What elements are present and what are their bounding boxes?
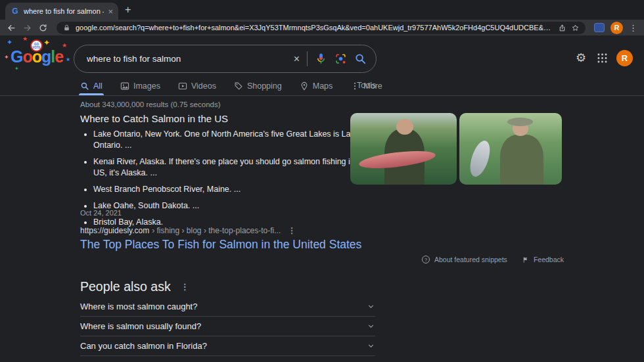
chevron-down-icon [367,302,375,311]
fish-shape [467,139,494,179]
doodle-star-icon: ✦ [4,54,9,60]
bookmark-star-icon[interactable] [571,24,580,32]
feedback-link[interactable]: Feedback [534,256,564,263]
new-tab-button[interactable]: + [125,5,131,15]
result-stats: About 343,000,000 results (0.75 seconds) [80,101,221,108]
forward-button[interactable] [22,23,32,33]
doodle-star-icon: ✦ [43,38,50,47]
tab-label: Maps [313,81,333,91]
paa-options-icon[interactable]: ⋮ [181,282,189,292]
search-submit-icon[interactable] [354,53,367,65]
paa-question-row[interactable]: Where is most salmon caught? [80,297,375,317]
tab-images[interactable]: Images [120,77,160,95]
paa-question-text: Where is most salmon caught? [80,302,197,311]
searchbox-divider [307,51,308,66]
paa-question-text: Where is salmon usually found? [80,321,201,331]
person-shape [396,119,413,135]
snippet-image-salmon-2[interactable] [459,113,562,185]
google-apps-grid-icon[interactable] [597,53,608,64]
doodle-vote-badge: GO VOTE [30,39,43,52]
doodle-star-icon: ★ [22,35,28,42]
hat-shape [507,118,533,126]
source-path: › fishing › blog › the-top-places-to-fi.… [152,226,281,235]
lock-icon[interactable] [62,24,71,32]
browser-profile-avatar[interactable]: R [610,22,623,34]
side-panel-icon[interactable] [594,23,605,32]
result-options-icon[interactable]: ⋮ [288,226,296,235]
doodle-star-icon: ✦ [14,66,19,72]
voice-search-mic-icon[interactable] [315,53,327,65]
tab-title: where to fish for salmon - Google Search [24,7,104,15]
chevron-down-icon [367,342,375,350]
person-shape [500,135,543,185]
list-item: Lake Ontario, New York. One of North Ame… [93,129,371,151]
browser-toolbar: google.com/search?q=where+to+fish+for+sa… [0,20,644,35]
list-item: Kenai River, Alaska. If there's one plac… [93,156,371,179]
paa-question-text: Can you catch salmon in Florida? [80,341,207,351]
map-pin-icon [300,81,309,91]
paa-question-row[interactable]: Where is salmon usually found? [80,317,375,336]
reload-button[interactable] [38,23,48,33]
people-also-ask-list: Where is most salmon caught? Where is sa… [80,297,375,356]
tab-maps[interactable]: Maps [300,77,333,95]
tab-label: All [93,81,103,91]
chevron-down-icon [367,322,375,330]
snippet-date: Oct 24, 2021 [80,209,122,217]
snippet-footer: ? About featured snippets Feedback [422,256,564,263]
tab-shopping[interactable]: Shopping [234,77,282,95]
browser-tab-bar: G where to fish for salmon - Google Sear… [0,0,644,20]
result-title-link[interactable]: The Top Places To Fish for Salmon in the… [80,238,361,252]
google-doodle-logo[interactable]: ✦ ★ ✦ ★ ✦ ★ ✦ Google GO VOTE [5,37,74,74]
snippet-image-salmon-1[interactable] [350,113,457,185]
tab-label: Shopping [247,81,282,91]
clear-search-icon[interactable]: × [294,54,300,64]
serp-tab-bar: All Images Videos Shopping Maps More [80,77,382,95]
tab-all[interactable]: All [80,77,103,95]
tab-label: Images [133,81,160,91]
account-avatar[interactable]: R [616,50,633,66]
google-lens-icon[interactable] [334,53,347,65]
screen: G where to fish for salmon - Google Sear… [0,0,644,362]
play-icon [178,81,187,91]
browser-menu-icon[interactable]: ⋮ [629,24,637,32]
search-box: × [74,45,377,73]
settings-gear-icon[interactable]: ⚙ [576,51,586,64]
paa-question-row[interactable]: Can you catch salmon in Florida? [80,336,375,356]
address-bar[interactable]: google.com/search?q=where+to+fish+for+sa… [57,22,586,34]
google-favicon-icon: G [11,7,20,16]
tab-close-icon[interactable]: × [108,7,113,16]
header-divider [0,95,644,96]
feedback-flag-icon [522,256,529,263]
share-icon[interactable] [558,24,566,32]
help-question-icon[interactable]: ? [422,256,430,263]
tab-label: Videos [191,81,216,91]
tools-button[interactable]: Tools [357,81,376,90]
search-input[interactable] [87,54,287,64]
list-item: Lake Oahe, South Dakota. ... [93,200,371,212]
back-button[interactable] [7,23,16,33]
doodle-star-icon: ✦ [7,38,12,47]
tab-videos[interactable]: Videos [178,77,216,95]
people-also-ask-title: People also ask [80,279,171,294]
tag-icon [234,81,243,91]
about-featured-snippets-link[interactable]: About featured snippets [434,256,507,263]
breadcrumb: https://guidesly.com › fishing › blog › … [80,226,296,235]
featured-snippet-list: Lake Ontario, New York. One of North Ame… [80,129,371,233]
search-icon [80,81,89,91]
doodle-star-icon: ★ [66,57,70,62]
browser-tab[interactable]: G where to fish for salmon - Google Sear… [5,3,118,20]
people-also-ask-header: People also ask ⋮ [80,279,189,294]
source-domain[interactable]: https://guidesly.com [80,226,149,235]
list-item: West Branch Penobscot River, Maine. ... [93,184,371,195]
snippet-images [350,113,562,185]
featured-snippet-heading: Where to Catch Salmon in the US [80,113,228,124]
url-text[interactable]: google.com/search?q=where+to+fish+for+sa… [76,24,553,32]
image-icon [120,81,129,91]
